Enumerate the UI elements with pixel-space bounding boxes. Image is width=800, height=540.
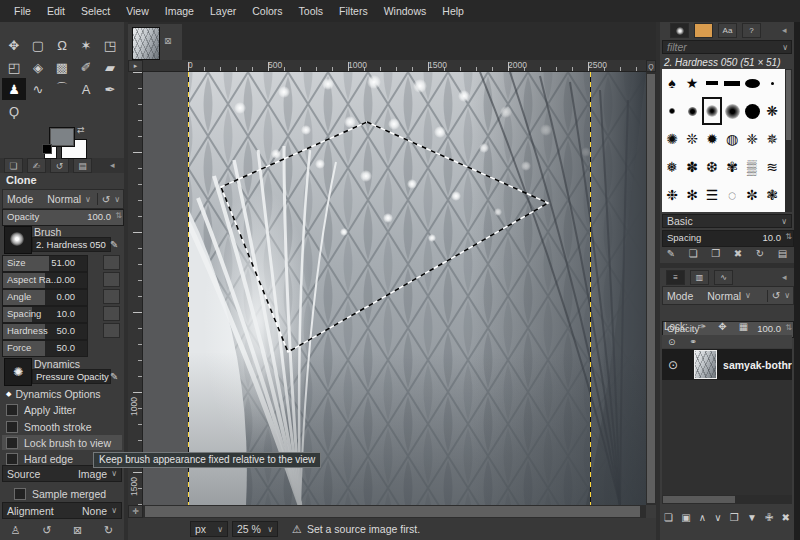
zoom-tool[interactable]: Ϙ	[2, 100, 26, 122]
new-layer-button[interactable]: ❏	[664, 512, 673, 523]
reset-icon[interactable]	[88, 306, 101, 321]
images-tab[interactable]: ▤	[73, 158, 92, 173]
anchor-layer-button[interactable]: ✙	[765, 512, 773, 523]
slider-track[interactable]: Force 50.0	[2, 340, 88, 357]
scrollbar-thumb[interactable]	[647, 74, 655, 503]
scrollbar-thumb[interactable]	[145, 506, 640, 517]
channels-tab[interactable]: ▥	[690, 270, 709, 285]
brush-item[interactable]: ▒	[742, 153, 762, 181]
checkbox[interactable]	[6, 437, 18, 449]
reset-icon[interactable]	[88, 272, 101, 287]
brush-item[interactable]	[682, 97, 702, 125]
sample-merged-row[interactable]: Sample merged	[10, 486, 122, 501]
rectangle-select-tool[interactable]: ▢	[26, 34, 50, 56]
chevron-down-icon[interactable]: ∨	[85, 195, 91, 204]
brush-item[interactable]: ✽	[682, 153, 702, 181]
menu-item[interactable]: Help	[434, 5, 472, 17]
link-to-brush-icon[interactable]	[103, 323, 120, 338]
eraser-tool[interactable]: ▰	[98, 56, 122, 78]
brush-item[interactable]: ❈	[742, 125, 762, 153]
dock-menu-icon[interactable]: ◂	[782, 272, 787, 282]
dock-menu-icon[interactable]: ◂	[110, 160, 115, 170]
brush-item[interactable]: ❃	[762, 181, 782, 209]
dynamics-options-expander[interactable]: ◆ Dynamics Options	[6, 388, 101, 400]
brush-preview[interactable]	[4, 226, 32, 254]
device-status-tab[interactable]: ✍	[27, 158, 46, 173]
checkbox-row[interactable]: Lock brush to view	[2, 435, 122, 450]
new-layer-group-button[interactable]: ▣	[681, 512, 690, 523]
layers-scrollbar[interactable]	[662, 495, 792, 504]
brush-item[interactable]: ✹	[702, 125, 722, 153]
menu-item[interactable]: Tools	[291, 5, 332, 17]
edit-brush-button[interactable]: ✎	[667, 248, 675, 259]
default-colors-swatch[interactable]	[44, 146, 57, 159]
brush-item[interactable]: ◌	[722, 181, 742, 209]
slider-track[interactable]: Size 51.00	[2, 255, 88, 272]
sample-merged-checkbox[interactable]	[14, 488, 26, 500]
horizontal-scrollbar[interactable]	[143, 505, 646, 518]
alignment-row[interactable]: Alignment None ∨	[2, 502, 122, 519]
canvas-viewport[interactable]	[143, 72, 646, 505]
menu-item[interactable]: Image	[157, 5, 202, 17]
lower-layer-button[interactable]: ∨	[714, 512, 721, 523]
delete-brush-button[interactable]: ✖	[734, 248, 742, 259]
paths-tab[interactable]: ∿	[714, 270, 733, 285]
ruler-corner-menu-button[interactable]: ▸	[128, 60, 143, 72]
brush-item[interactable]: ❋	[762, 97, 782, 125]
brush-item[interactable]	[722, 69, 742, 97]
link-to-brush-icon[interactable]	[103, 289, 120, 304]
vertical-scrollbar[interactable]	[646, 72, 656, 505]
reset-icon[interactable]	[88, 340, 101, 355]
tool-options-tab[interactable]: ❏	[4, 158, 23, 173]
edit-dynamics-icon[interactable]: ✎	[110, 371, 118, 382]
link-to-brush-icon[interactable]	[103, 272, 120, 287]
smudge-tool[interactable]: ∿	[26, 78, 50, 100]
brush-item[interactable]	[722, 97, 742, 125]
dock-menu-icon[interactable]: ◂	[782, 25, 787, 35]
move-tool[interactable]: ✥	[2, 34, 26, 56]
checkbox[interactable]	[6, 453, 18, 465]
delete-tool-preset-button[interactable]: ⊠	[73, 524, 82, 537]
layer-row[interactable]: ⊙ samyak-bothr	[662, 349, 792, 380]
slider-track[interactable]: Hardness 50.0	[2, 323, 88, 340]
opacity-slider[interactable]: Opacity 100.0 ⇅	[2, 209, 124, 226]
dock-separator[interactable]	[660, 263, 794, 268]
scrollbar-thumb[interactable]	[786, 70, 791, 140]
brush-item[interactable]: ☰	[702, 181, 722, 209]
fonts-tab[interactable]: Aa	[718, 23, 737, 38]
raise-layer-button[interactable]: ∧	[699, 512, 706, 523]
reset-mode-icon[interactable]: ↺	[772, 290, 780, 301]
layer-visibility-icon[interactable]: ⊙	[668, 358, 678, 372]
brush-grid-scrollbar[interactable]	[785, 69, 792, 212]
layer-name[interactable]: samyak-bothr	[723, 359, 792, 371]
lock-alpha-icon[interactable]: ▦	[739, 321, 748, 332]
chevron-down-icon[interactable]: ∨	[745, 291, 751, 300]
brush-item[interactable]: ❊	[682, 125, 702, 153]
menu-item[interactable]: View	[118, 5, 157, 17]
patterns-tab[interactable]	[694, 23, 713, 38]
dynamics-preview[interactable]: ✺	[4, 358, 32, 386]
help-tab[interactable]: ?	[742, 23, 761, 38]
chevron-down-icon[interactable]: ∨	[782, 43, 788, 52]
mode-select[interactable]: Normal	[47, 193, 81, 205]
brush-item[interactable]: ✻	[682, 181, 702, 209]
clone-tool[interactable]: ♟	[2, 78, 26, 100]
spinner-icon[interactable]: ⇅	[115, 211, 122, 220]
brush-name-field[interactable]: 2. Hardness 050	[32, 237, 111, 252]
bucket-fill-tool[interactable]: ◈	[26, 56, 50, 78]
image-tab[interactable]: ⊠	[128, 24, 182, 60]
duplicate-layer-button[interactable]: ❐	[730, 512, 739, 523]
brush-group-dropdown[interactable]: Basic ∨	[662, 214, 792, 228]
brush-filter-input[interactable]: filter ∨	[662, 40, 792, 54]
free-select-tool[interactable]: Ω	[50, 34, 74, 56]
slider-track[interactable]: Angle 0.00	[2, 289, 88, 306]
save-tool-preset-button[interactable]: ♙	[11, 524, 21, 537]
zoom-dropdown[interactable]: 25 % ∨	[232, 521, 278, 537]
text-tool[interactable]: A	[74, 78, 98, 100]
transform-tool[interactable]: ◰	[2, 56, 26, 78]
layer-thumbnail[interactable]	[694, 350, 717, 379]
lock-position-icon[interactable]: ✥	[718, 321, 726, 332]
brush-item[interactable]: ❅	[662, 153, 682, 181]
reset-icon[interactable]	[88, 289, 101, 304]
chevron-down-icon[interactable]: ∨	[784, 291, 790, 300]
